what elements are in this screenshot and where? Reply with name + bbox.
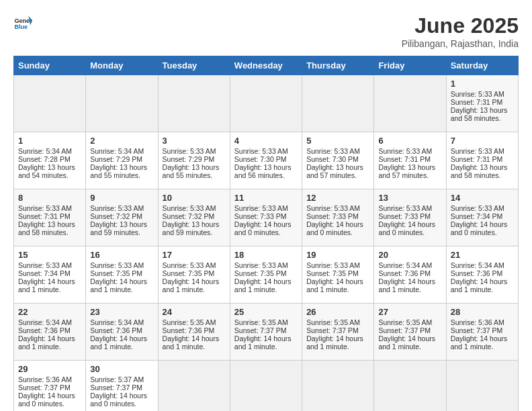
sunrise-label: Sunrise: 5:34 AM bbox=[90, 318, 144, 326]
calendar-cell: 23 Sunrise: 5:34 AM Sunset: 7:36 PM Dayl… bbox=[86, 304, 158, 361]
sunset-label: Sunset: 7:32 PM bbox=[90, 212, 142, 220]
day-number: 8 bbox=[18, 193, 81, 203]
month-title: June 2025 bbox=[402, 13, 519, 38]
day-number: 23 bbox=[90, 307, 153, 317]
calendar-cell bbox=[374, 361, 446, 412]
day-number: 18 bbox=[234, 250, 298, 260]
sunrise-label: Sunrise: 5:36 AM bbox=[451, 318, 504, 326]
calendar-cell: 9 Sunrise: 5:33 AM Sunset: 7:32 PM Dayli… bbox=[86, 189, 158, 246]
weekday-header-wednesday: Wednesday bbox=[230, 56, 302, 75]
daylight-label: Daylight: 13 hours and 56 minutes. bbox=[234, 163, 292, 179]
daylight-label: Daylight: 13 hours and 54 minutes. bbox=[18, 163, 75, 179]
sunrise-label: Sunrise: 5:33 AM bbox=[306, 261, 360, 269]
sunset-label: Sunset: 7:33 PM bbox=[234, 212, 287, 220]
logo-icon: General Blue bbox=[13, 13, 32, 32]
day-number: 10 bbox=[163, 193, 226, 203]
day-number: 1 bbox=[451, 79, 514, 89]
calendar-cell: 7 Sunrise: 5:33 AM Sunset: 7:31 PM Dayli… bbox=[446, 132, 518, 189]
sunrise-label: Sunrise: 5:36 AM bbox=[18, 375, 72, 383]
daylight-label: Daylight: 13 hours and 59 minutes. bbox=[90, 220, 147, 236]
daylight-label: Daylight: 14 hours and 1 minute. bbox=[163, 334, 220, 351]
sunset-label: Sunset: 7:37 PM bbox=[378, 326, 431, 334]
calendar-cell bbox=[158, 75, 230, 132]
calendar-week-4: 15 Sunrise: 5:33 AM Sunset: 7:34 PM Dayl… bbox=[14, 246, 519, 304]
daylight-label: Daylight: 14 hours and 1 minute. bbox=[306, 334, 363, 351]
sunrise-label: Sunrise: 5:34 AM bbox=[90, 147, 144, 155]
sunset-label: Sunset: 7:28 PM bbox=[18, 155, 71, 163]
sunrise-label: Sunrise: 5:35 AM bbox=[234, 318, 288, 326]
calendar-cell bbox=[374, 75, 446, 132]
day-number: 4 bbox=[234, 136, 298, 146]
daylight-label: Daylight: 13 hours and 57 minutes. bbox=[378, 163, 435, 179]
daylight-label: Daylight: 13 hours and 55 minutes. bbox=[163, 163, 220, 179]
day-number: 24 bbox=[163, 307, 226, 317]
calendar-cell: 4 Sunrise: 5:33 AM Sunset: 7:30 PM Dayli… bbox=[230, 132, 302, 189]
sunset-label: Sunset: 7:37 PM bbox=[18, 383, 71, 392]
sunrise-label: Sunrise: 5:37 AM bbox=[90, 375, 144, 383]
sunset-label: Sunset: 7:29 PM bbox=[90, 155, 142, 163]
sunrise-label: Sunrise: 5:33 AM bbox=[18, 261, 72, 269]
day-number: 30 bbox=[90, 364, 153, 374]
sunrise-label: Sunrise: 5:33 AM bbox=[306, 204, 360, 212]
sunset-label: Sunset: 7:29 PM bbox=[163, 155, 215, 163]
day-number: 3 bbox=[163, 136, 226, 146]
calendar-cell: 18 Sunrise: 5:33 AM Sunset: 7:35 PM Dayl… bbox=[230, 246, 302, 304]
day-number: 21 bbox=[451, 250, 514, 260]
sunset-label: Sunset: 7:33 PM bbox=[378, 212, 431, 220]
daylight-label: Daylight: 14 hours and 1 minute. bbox=[451, 334, 508, 351]
day-number: 6 bbox=[378, 136, 441, 146]
title-block: June 2025 Pilibangan, Rajasthan, India bbox=[402, 13, 519, 49]
day-number: 7 bbox=[451, 136, 514, 146]
calendar-cell: 11 Sunrise: 5:33 AM Sunset: 7:33 PM Dayl… bbox=[230, 189, 302, 246]
calendar-cell bbox=[302, 361, 374, 412]
sunset-label: Sunset: 7:33 PM bbox=[306, 212, 359, 220]
day-number: 26 bbox=[306, 307, 369, 317]
sunset-label: Sunset: 7:31 PM bbox=[451, 98, 503, 106]
sunrise-label: Sunrise: 5:34 AM bbox=[18, 147, 72, 155]
sunrise-label: Sunrise: 5:33 AM bbox=[163, 261, 216, 269]
calendar-cell bbox=[446, 361, 518, 412]
sunrise-label: Sunrise: 5:33 AM bbox=[378, 204, 432, 212]
day-number: 16 bbox=[90, 250, 153, 260]
calendar-cell: 17 Sunrise: 5:33 AM Sunset: 7:35 PM Dayl… bbox=[158, 246, 230, 304]
day-number: 1 bbox=[18, 136, 81, 146]
sunset-label: Sunset: 7:34 PM bbox=[18, 269, 71, 277]
weekday-header-tuesday: Tuesday bbox=[158, 56, 230, 75]
daylight-label: Daylight: 14 hours and 1 minute. bbox=[18, 277, 75, 293]
weekday-header-sunday: Sunday bbox=[14, 56, 86, 75]
sunset-label: Sunset: 7:31 PM bbox=[378, 155, 431, 163]
calendar-cell: 3 Sunrise: 5:33 AM Sunset: 7:29 PM Dayli… bbox=[158, 132, 230, 189]
daylight-label: Daylight: 14 hours and 1 minute. bbox=[90, 277, 147, 293]
daylight-label: Daylight: 14 hours and 0 minutes. bbox=[234, 220, 292, 236]
weekday-header-monday: Monday bbox=[86, 56, 158, 75]
calendar-cell bbox=[230, 361, 302, 412]
daylight-label: Daylight: 14 hours and 1 minute. bbox=[18, 334, 75, 351]
sunset-label: Sunset: 7:37 PM bbox=[451, 326, 503, 334]
day-number: 25 bbox=[234, 307, 298, 317]
calendar-cell: 24 Sunrise: 5:35 AM Sunset: 7:36 PM Dayl… bbox=[158, 304, 230, 361]
calendar-week-3: 8 Sunrise: 5:33 AM Sunset: 7:31 PM Dayli… bbox=[14, 189, 519, 246]
day-number: 2 bbox=[90, 136, 153, 146]
day-number: 14 bbox=[451, 193, 514, 203]
weekday-header-saturday: Saturday bbox=[446, 56, 518, 75]
sunset-label: Sunset: 7:36 PM bbox=[18, 326, 71, 334]
calendar-week-5: 22 Sunrise: 5:34 AM Sunset: 7:36 PM Dayl… bbox=[14, 304, 519, 361]
daylight-label: Daylight: 13 hours and 58 minutes. bbox=[451, 163, 508, 179]
day-number: 11 bbox=[234, 193, 298, 203]
calendar-cell: 19 Sunrise: 5:33 AM Sunset: 7:35 PM Dayl… bbox=[302, 246, 374, 304]
calendar-cell: 22 Sunrise: 5:34 AM Sunset: 7:36 PM Dayl… bbox=[14, 304, 86, 361]
daylight-label: Daylight: 14 hours and 1 minute. bbox=[378, 334, 435, 351]
logo: General Blue bbox=[13, 13, 32, 32]
day-number: 17 bbox=[163, 250, 226, 260]
daylight-label: Daylight: 13 hours and 55 minutes. bbox=[90, 163, 147, 179]
calendar-cell: 30 Sunrise: 5:37 AM Sunset: 7:37 PM Dayl… bbox=[86, 361, 158, 412]
day-number: 9 bbox=[90, 193, 153, 203]
sunrise-label: Sunrise: 5:33 AM bbox=[163, 147, 216, 155]
sunset-label: Sunset: 7:30 PM bbox=[234, 155, 287, 163]
sunset-label: Sunset: 7:37 PM bbox=[234, 326, 287, 334]
daylight-label: Daylight: 13 hours and 59 minutes. bbox=[163, 220, 220, 236]
day-number: 19 bbox=[306, 250, 369, 260]
daylight-label: Daylight: 14 hours and 1 minute. bbox=[234, 277, 292, 293]
sunset-label: Sunset: 7:37 PM bbox=[90, 383, 142, 392]
calendar-cell: 6 Sunrise: 5:33 AM Sunset: 7:31 PM Dayli… bbox=[374, 132, 446, 189]
